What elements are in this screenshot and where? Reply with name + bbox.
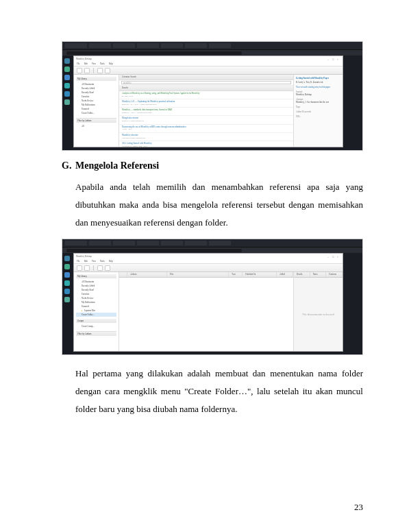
minimize-icon[interactable]: – — [327, 255, 331, 258]
tab-contents[interactable]: Contents — [326, 272, 342, 277]
result-item[interactable]: 2015 Getting Started with MendeleyThe Me… — [119, 141, 293, 147]
mendeley-window: Mendeley Desktop – □ × File Edit View To… — [73, 253, 343, 352]
close-icon[interactable]: × — [337, 255, 340, 258]
browser-tab — [65, 241, 87, 245]
result-meta: The Mendeley Support Team – 2015 — [122, 145, 290, 147]
results-header: Results — [119, 86, 293, 91]
add-button[interactable] — [77, 68, 82, 73]
address-bar — [62, 50, 362, 56]
search-input[interactable]: mendeley — [121, 81, 291, 84]
result-item[interactable]: Mengelola referensiMendeley, R. gentle p… — [119, 116, 293, 124]
menu-help[interactable]: Help — [109, 260, 113, 263]
main-pane: Literature Search mendeley Results Analy… — [119, 75, 293, 147]
dock-icon — [64, 256, 70, 261]
browser-tab — [185, 43, 207, 48]
column-headers: Authors Title Year Published In Added — [119, 272, 293, 278]
folder-button[interactable] — [84, 68, 90, 73]
address-bar — [62, 247, 362, 253]
sync-button[interactable] — [97, 265, 103, 271]
filter-header: Filter by Authors — [76, 119, 116, 123]
create-group[interactable]: Create Group... — [76, 324, 116, 328]
sidebar: My Library All Documents Recently Added … — [74, 272, 119, 351]
tags-label: Tags: — [296, 106, 340, 108]
dock-icon — [64, 289, 70, 294]
col-year[interactable]: Year — [229, 272, 242, 277]
col-title[interactable]: Title — [167, 272, 229, 277]
col-added[interactable]: Added — [277, 272, 293, 277]
browser-tab — [137, 241, 159, 245]
menu-file[interactable]: File — [77, 62, 80, 65]
paragraph-2: Hal pertama yang dilakukan adalah membua… — [62, 365, 363, 418]
browser-tab — [65, 43, 87, 48]
close-icon[interactable]: × — [337, 58, 340, 61]
folder-button[interactable] — [84, 265, 90, 271]
dock-icon — [64, 58, 70, 64]
catalog-link[interactable]: View research catalog entry for this pap… — [296, 86, 340, 88]
browser-tab-bar — [62, 239, 362, 247]
os-dock — [62, 56, 72, 150]
sidebar-header: My Library — [76, 274, 116, 278]
result-item[interactable]: Mendeley — standards, data transport for… — [119, 108, 293, 116]
sync-button[interactable] — [97, 68, 103, 73]
menu-view[interactable]: View — [92, 260, 96, 263]
col-published[interactable]: Published In — [242, 272, 277, 277]
page-number: 23 — [354, 502, 363, 513]
tab-details[interactable]: Details — [294, 272, 310, 277]
menu-tools[interactable]: Tools — [100, 260, 105, 263]
detail-authors: R. Lutfi, A. Tefa, R. Zaenab et al. — [296, 81, 340, 84]
maximize-icon[interactable]: □ — [332, 255, 336, 258]
main-pane: Authors Title Year Published In Added — [119, 272, 293, 351]
empty-list — [119, 278, 293, 351]
help-button[interactable] — [105, 265, 110, 271]
menu-view[interactable]: View — [92, 62, 96, 65]
result-item[interactable]: Mendeley A.D. — Explaining the Mendeley … — [119, 99, 293, 108]
browser-tab — [137, 43, 159, 48]
help-button[interactable] — [105, 68, 110, 73]
add-button[interactable] — [77, 265, 82, 271]
result-meta: Gratulada Pertandes utm practices — [122, 137, 290, 139]
section-letter: G. — [62, 160, 75, 171]
screenshot-literature-search: Mendeley Desktop – □ × File Edit View To… — [62, 41, 363, 151]
browser-tab — [113, 241, 135, 245]
dock-icon — [64, 272, 70, 278]
detail-pane: Getting Started with Mendeley Paper R. L… — [293, 75, 342, 147]
dock-icon — [64, 91, 70, 97]
detail-pane: Details Notes Contents No documents sele… — [293, 272, 342, 351]
sidebar-header: My Library — [76, 77, 116, 81]
minimize-icon[interactable]: – — [327, 58, 331, 61]
result-item[interactable]: Analysis of Mendeley as a Sharing, using… — [119, 91, 293, 99]
browser-tab — [209, 241, 231, 245]
browser-tab — [89, 241, 111, 245]
browser-tab-bar — [62, 42, 362, 50]
filter-header: Filter by Authors — [76, 332, 116, 336]
menu-help[interactable]: Help — [109, 62, 113, 65]
titlebar: Mendeley Desktop – □ × — [74, 254, 342, 259]
menu-edit[interactable]: Edit — [84, 62, 88, 65]
browser-tab — [113, 43, 135, 48]
lit-search-header: Literature Search — [119, 75, 293, 80]
filter-item[interactable]: All — [76, 124, 116, 128]
dock-icon — [64, 66, 70, 72]
section-heading: G. Mengelola Referensi — [62, 160, 363, 171]
menu-tools[interactable]: Tools — [100, 62, 105, 65]
tab-notes[interactable]: Notes — [310, 272, 327, 277]
col-authors[interactable]: Authors — [127, 272, 167, 277]
dock-icon — [64, 280, 70, 286]
create-folder[interactable]: Create Folder... — [76, 111, 116, 115]
sidebar: My Library All Documents Recently Added … — [74, 75, 119, 147]
create-folder[interactable]: Create Folder... — [76, 313, 116, 317]
dock-icon — [64, 297, 70, 302]
maximize-icon[interactable]: □ — [332, 58, 336, 61]
result-meta: Mendeley — 2016 — universal processing — [122, 112, 290, 114]
toolbar — [74, 264, 342, 272]
browser-tab — [185, 241, 207, 245]
menu-file[interactable]: File — [77, 260, 80, 263]
menu-edit[interactable]: Edit — [84, 260, 88, 263]
folder-icon: ▸ — [82, 309, 83, 312]
journal-value: Mendeley Desktop — [296, 93, 340, 96]
detail-title: Getting Started with Mendeley Paper — [296, 77, 340, 80]
result-item[interactable]: Mendeley referenceGratulada Pertandes ut… — [119, 133, 293, 141]
citation-note: Mendeley, 1. See document like the text — [296, 101, 340, 104]
result-meta: Acosta – 2018 — [122, 128, 290, 130]
result-item[interactable]: Reassessing the use of Mendeley at BRI c… — [119, 125, 293, 133]
